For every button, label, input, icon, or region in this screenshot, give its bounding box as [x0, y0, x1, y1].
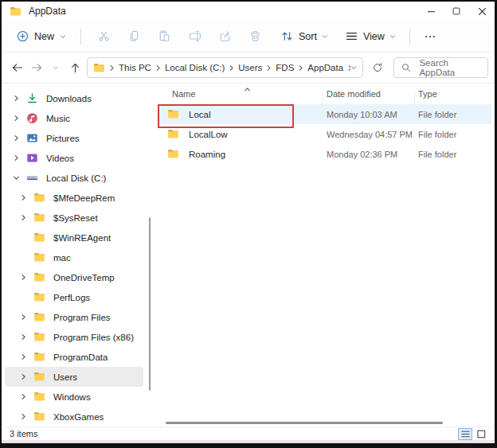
sort-ascending-icon — [244, 86, 251, 93]
sidebar-item-pictures[interactable]: Pictures — [5, 128, 143, 148]
chevron-right-icon[interactable] — [18, 393, 28, 400]
sidebar-item-label: Users — [53, 372, 77, 382]
sidebar-item-program-files[interactable]: Program Files — [5, 307, 143, 327]
share-button[interactable] — [209, 25, 240, 47]
breadcrumb-segment-this-pc[interactable]: This PC — [119, 63, 151, 72]
chevron-right-icon[interactable] — [18, 333, 28, 341]
sidebar-item-mfedeeprem[interactable]: $MfeDeepRem — [5, 188, 143, 208]
column-header-date-modified[interactable]: Date modified — [327, 89, 418, 99]
chevron-right-icon[interactable] — [11, 134, 21, 142]
delete-button[interactable] — [240, 25, 270, 47]
chevron-right-icon[interactable] — [11, 95, 21, 102]
items-count: 3 items — [10, 429, 37, 438]
sidebar-item-sysreset[interactable]: $SysReset — [5, 208, 143, 228]
file-date-modified: Monday 10:03 AM — [327, 110, 418, 119]
new-button[interactable]: New — [10, 25, 73, 47]
minimize-button[interactable] — [418, 2, 444, 21]
up-button[interactable] — [65, 57, 84, 78]
delete-icon — [248, 29, 262, 43]
chevron-right-icon[interactable] — [18, 314, 28, 321]
back-button[interactable] — [8, 57, 27, 78]
sidebar-item-label: $WinREAgent — [53, 233, 111, 243]
search-placeholder: Search AppData — [419, 58, 481, 77]
sidebar-item-label: PerfLogs — [53, 293, 90, 302]
folder-icon — [93, 62, 105, 74]
sort-button[interactable]: Sort — [274, 25, 335, 48]
breadcrumb-segment-users[interactable]: Users — [238, 63, 262, 72]
chevron-right-icon[interactable] — [11, 154, 21, 162]
forward-button[interactable] — [27, 57, 46, 78]
sidebar-item-label: Windows — [53, 392, 91, 402]
sidebar-item-perflogs[interactable]: PerfLogs — [5, 287, 143, 307]
address-bar[interactable]: This PCLocal Disk (C:)UsersFDSAppData — [87, 57, 363, 78]
close-icon — [478, 7, 487, 16]
chevron-right-icon[interactable] — [18, 214, 28, 221]
sidebar-item-label: Pictures — [46, 134, 80, 143]
folder-icon — [33, 391, 46, 403]
breadcrumb-segment-local-disk-c[interactable]: Local Disk (C:) — [165, 63, 225, 72]
chevron-right-icon[interactable] — [18, 194, 28, 201]
sidebar-item-mac[interactable]: mac — [5, 247, 143, 267]
column-header-name[interactable]: Name — [159, 89, 327, 99]
maximize-button[interactable] — [444, 2, 469, 21]
chevron-down-icon — [389, 33, 396, 40]
sidebar-item-local-disk-c[interactable]: Local Disk (C:) — [5, 168, 143, 188]
file-explorer-window: AppData New Sort View — [2, 2, 495, 440]
sidebar-item-winreagent[interactable]: $WinREAgent — [5, 228, 143, 247]
sidebar-item-onedrivetemp[interactable]: OneDriveTemp — [5, 267, 143, 287]
chevron-down-icon[interactable] — [11, 174, 21, 181]
chevron-down-icon — [60, 33, 66, 40]
sidebar-item-videos[interactable]: Videos — [5, 148, 143, 168]
column-header-type[interactable]: Type — [418, 89, 491, 99]
details-view-toggle[interactable] — [458, 428, 472, 440]
sidebar-item-program-files-x86[interactable]: Program Files (x86) — [5, 327, 143, 347]
downloads-icon — [26, 92, 39, 104]
rename-button[interactable] — [179, 25, 209, 47]
breadcrumb: This PCLocal Disk (C:)UsersFDSAppData — [105, 63, 350, 72]
window-controls — [418, 2, 495, 21]
file-row-local[interactable]: LocalMonday 10:03 AMFile folder — [159, 104, 491, 124]
sidebar-item-label: Program Files — [53, 313, 111, 322]
cut-button[interactable] — [88, 25, 119, 47]
breadcrumb-segment-fds[interactable]: FDS — [276, 63, 294, 72]
file-name-cell: Local — [159, 108, 327, 120]
chevron-right-icon[interactable] — [18, 353, 28, 360]
sidebar-item-windows[interactable]: Windows — [5, 387, 143, 407]
sidebar-item-xboxgames[interactable]: XboxGames — [5, 407, 143, 427]
sidebar-item-programdata[interactable]: ProgramData — [5, 347, 143, 367]
more-options-button[interactable] — [417, 25, 443, 48]
paste-button[interactable] — [149, 25, 179, 47]
chevron-down-icon — [322, 33, 328, 40]
refresh-button[interactable] — [368, 57, 387, 78]
search-box[interactable]: Search AppData — [393, 57, 488, 78]
view-button[interactable]: View — [339, 25, 402, 48]
clipboard-actions-group — [88, 25, 270, 47]
sidebar-item-music[interactable]: Music — [5, 108, 143, 128]
file-row-roaming[interactable]: RoamingMonday 02:36 PMFile folder — [159, 144, 491, 164]
close-button[interactable] — [469, 2, 495, 21]
breadcrumb-separator-icon — [155, 64, 162, 72]
chevron-right-icon[interactable] — [11, 115, 21, 122]
sidebar-item-label: Videos — [46, 154, 74, 163]
chevron-right-icon[interactable] — [18, 413, 28, 420]
copy-icon — [127, 29, 141, 43]
file-name: Local — [189, 110, 211, 119]
sidebar-item-label: XboxGames — [53, 412, 104, 422]
folder-icon — [33, 311, 46, 323]
folder-icon — [33, 411, 46, 423]
file-rows: LocalMonday 10:03 AMFile folderLocalLowW… — [159, 104, 495, 164]
folder-icon — [33, 351, 46, 363]
address-dropdown-icon[interactable] — [350, 64, 357, 71]
chevron-right-icon[interactable] — [18, 274, 28, 281]
drive-icon — [26, 172, 39, 184]
file-row-locallow[interactable]: LocalLowWednesday 04:57 PMFile folder — [159, 124, 491, 144]
breadcrumb-separator-icon — [297, 64, 304, 72]
chevron-right-icon[interactable] — [18, 373, 28, 380]
breadcrumb-segment-appdata[interactable]: AppData — [307, 63, 343, 72]
sidebar-item-users[interactable]: Users — [5, 367, 143, 387]
icons-view-toggle[interactable] — [474, 428, 488, 440]
copy-button[interactable] — [119, 25, 149, 47]
sidebar-item-downloads[interactable]: Downloads — [5, 88, 143, 108]
horizontal-scrollbar[interactable] — [166, 422, 443, 424]
recent-locations-button[interactable] — [46, 57, 65, 78]
